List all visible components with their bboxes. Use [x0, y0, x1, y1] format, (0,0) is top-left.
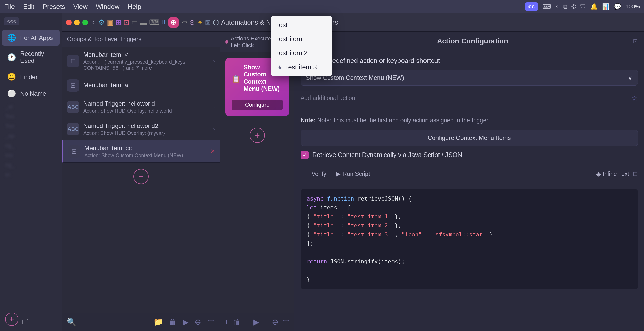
dropdown-item-test1[interactable]: test item 1	[271, 32, 332, 46]
toolbar-icon-13[interactable]: ⊠	[205, 18, 211, 27]
trigger-item-3[interactable]: ABC Named Trigger: helloworld2 Action: S…	[62, 118, 220, 140]
triggers-add-row: +	[62, 163, 220, 190]
search-button[interactable]: 🔍	[67, 317, 76, 326]
inline-text-row: ◈ Inline Text	[596, 171, 629, 178]
menu-help[interactable]: Help	[128, 3, 141, 11]
toolbar-icon-2[interactable]: ▣	[107, 18, 113, 27]
delete-icon-4[interactable]: ✕	[210, 148, 215, 155]
config-note: Note: Note: This must be the first and o…	[301, 116, 638, 125]
trigger-item-1[interactable]: ⊞ Menubar Item: a	[62, 75, 220, 96]
trigger-item-2[interactable]: ABC Named Trigger: helloworld Action: Sh…	[62, 96, 220, 118]
menu-view[interactable]: View	[73, 3, 88, 11]
window-controls	[66, 20, 88, 25]
toolbar-icon-12[interactable]: ✦	[197, 18, 203, 27]
main-content: ‹ ⚙ ▣ ⊞ ⊡ ▭ ▬ ⌨ ⌗ ⊕ ▱ ⊛ ✦ ⊠ ⬡ Automation…	[62, 13, 644, 331]
actions-add-center: +	[220, 122, 294, 149]
code-line-6: ];	[307, 239, 632, 248]
menubar: File Edit Presets View Window Help cc ⌨ …	[0, 0, 644, 13]
config-expand-button[interactable]: ⊡	[633, 38, 638, 45]
toolbar-icon-5[interactable]: ▭	[131, 18, 138, 27]
trash-button[interactable]: 🗑	[169, 317, 177, 326]
trigger-title-1: Menubar Item: a	[83, 82, 215, 89]
actions-play-bottom[interactable]: ▶	[253, 317, 259, 326]
run-script-button[interactable]: ▶ Run Script	[333, 169, 373, 180]
sidebar-delete-button[interactable]: 🗑	[21, 316, 29, 326]
menu-file[interactable]: File	[4, 3, 15, 11]
minimize-button[interactable]	[74, 20, 80, 25]
dropdown-item-test3[interactable]: ★ test item 3	[271, 60, 332, 74]
code-line-1: async function retrieveJSON() {	[307, 194, 632, 203]
actions-trash-bottom-2[interactable]: 🗑	[282, 317, 290, 326]
dropdown-item-test2[interactable]: test item 2	[271, 46, 332, 60]
toolbar-icon-7[interactable]: ⌨	[149, 18, 159, 27]
star-icon[interactable]: ☆	[631, 94, 638, 102]
checkbox-label: Retrieve Content Dynamically via Java Sc…	[312, 151, 462, 159]
sidebar-item-no-name[interactable]: ⚪ No Name	[2, 86, 60, 101]
trigger-title-0: Menubar Item: <	[83, 51, 209, 58]
script-expand-button[interactable]: ⊡	[633, 170, 638, 178]
inline-icon: ◈	[596, 171, 601, 178]
bottom-bar-left-icons: 🔍	[67, 317, 76, 326]
triggers-pane-header: Groups & Top Level Triggers	[62, 32, 220, 47]
sidebar-item-for-all-apps[interactable]: 🌐 For All Apps	[2, 30, 60, 46]
dropdown-label-test1: test item 1	[277, 35, 308, 43]
c-icon: ©	[571, 3, 576, 10]
add-trigger-button[interactable]: +	[133, 169, 149, 184]
add-bottom-button-2[interactable]: ⊕	[195, 317, 201, 326]
actions-add-bottom[interactable]: +	[224, 318, 229, 326]
trigger-text-1: Menubar Item: a	[83, 82, 215, 90]
config-header: ••• Action Configuration ⊡	[294, 32, 644, 51]
trigger-subtitle-4: Action: Show Custom Context Menu (NEW)	[84, 152, 206, 158]
sidebar-header: <<<	[0, 15, 62, 29]
toolbar-icon-8[interactable]: ⌗	[162, 18, 166, 27]
trigger-subtitle-2: Action: Show HUD Overlay: hello world	[83, 108, 209, 114]
toolbar-icon-11[interactable]: ⊛	[189, 18, 195, 27]
star-dropdown-icon: ★	[277, 64, 283, 71]
sidebar-add-button[interactable]: +	[5, 313, 18, 326]
dropdown-label-test: test	[277, 21, 288, 29]
close-button[interactable]	[66, 20, 72, 25]
menu-edit[interactable]: Edit	[23, 3, 34, 11]
config-select-label: Select a predefined action or keyboard s…	[301, 57, 638, 65]
config-action-dropdown[interactable]: Show Custom Context Menu (NEW) ∨	[301, 70, 638, 86]
menu-window[interactable]: Window	[96, 3, 119, 11]
toolbar-icon-14[interactable]: ⬡	[213, 18, 219, 27]
actions-trash-bottom[interactable]: 🗑	[233, 318, 241, 326]
toolbar-icon-6[interactable]: ▬	[140, 18, 147, 27]
layers-icon: ⧉	[563, 3, 567, 10]
configure-context-menu-button[interactable]: Configure Context Menu Items	[301, 130, 638, 146]
action-configure-button[interactable]: Configure	[232, 100, 283, 110]
bluetooth-icon: ⁖	[555, 3, 559, 10]
checkbox-retrieve[interactable]: ✓	[301, 151, 309, 159]
play-button[interactable]: ▶	[183, 317, 189, 326]
finder-icon: 😀	[7, 73, 16, 81]
menu-presets[interactable]: Presets	[43, 3, 65, 11]
trigger-item-0[interactable]: ⊞ Menubar Item: < Action: if ( currently…	[62, 47, 220, 75]
actions-add-bottom-2[interactable]: ⊕	[272, 317, 278, 326]
add-action-button[interactable]: +	[250, 128, 265, 143]
trigger-title-3: Named Trigger: helloworld2	[83, 122, 209, 129]
code-line-3: { "title" : "test item 1" },	[307, 212, 632, 221]
menubar-right: cc ⌨ ⁖ ⧉ © 🛡 🔔 📊 💬 100%	[525, 2, 640, 11]
chevron-icon-3: ›	[213, 126, 215, 133]
fullscreen-button[interactable]	[82, 20, 88, 25]
sidebar-item-recently-used[interactable]: 🕐 Recently Used	[2, 47, 60, 68]
cc-badge[interactable]: cc	[525, 2, 538, 11]
toolbar-icon-4[interactable]: ⊡	[123, 18, 129, 27]
trigger-subtitle-3: Action: Show HUD Overlay: {myvar}	[83, 130, 209, 136]
verify-button[interactable]: 〰 Verify	[301, 169, 329, 180]
add-bottom-button[interactable]: +	[143, 317, 147, 326]
nav-back-button[interactable]: ‹	[92, 18, 94, 26]
trigger-item-4[interactable]: ⊞ Menubar Item: cc Action: Show Custom C…	[62, 140, 220, 163]
sidebar-item-finder[interactable]: 😀 Finder	[2, 69, 60, 85]
toolbar-icon-1[interactable]: ⚙	[98, 18, 105, 27]
toolbar-icon-10[interactable]: ▱	[181, 18, 187, 27]
pane-actions: Actions Executed On Left Click 📋 Show Cu…	[220, 32, 294, 331]
dropdown-item-test[interactable]: test	[271, 18, 332, 32]
folder-button[interactable]: 📁	[153, 317, 163, 326]
sidebar-back-button[interactable]: <<<	[4, 17, 19, 25]
code-editor[interactable]: async function retrieveJSON() { let item…	[301, 189, 638, 289]
pane-config: ••• Action Configuration ⊡ Select a pred…	[294, 32, 644, 331]
toolbar-icon-3[interactable]: ⊞	[116, 18, 121, 27]
trash-bottom-button-2[interactable]: 🗑	[207, 317, 215, 326]
